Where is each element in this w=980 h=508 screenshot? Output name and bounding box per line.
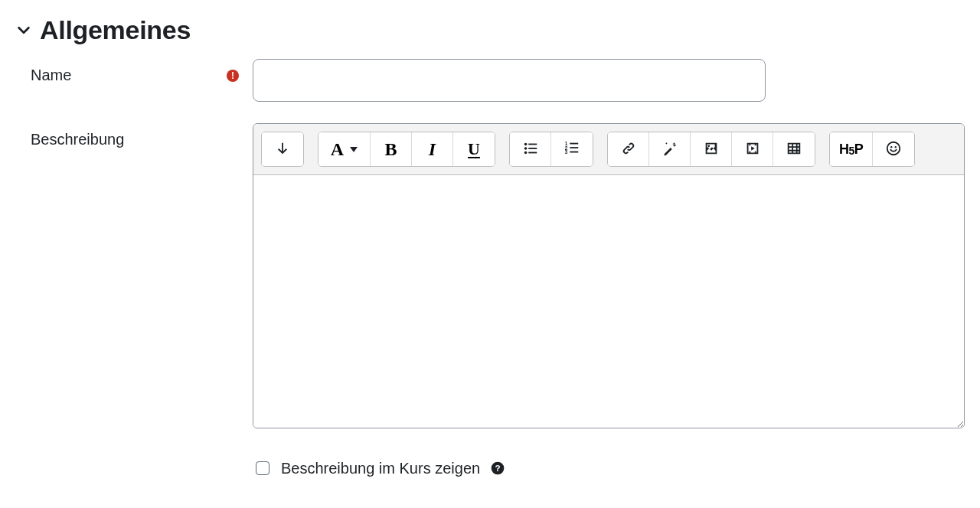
svg-rect-9 [570, 142, 578, 144]
svg-point-12 [707, 145, 710, 147]
label-description: Beschreibung [15, 123, 253, 148]
image-icon [703, 140, 720, 159]
section-title: Allgemeines [40, 15, 191, 45]
svg-point-1 [524, 147, 527, 150]
description-label-text: Beschreibung [31, 131, 124, 148]
svg-point-14 [890, 145, 892, 147]
unordered-list-icon [522, 140, 539, 159]
svg-point-15 [895, 145, 897, 147]
h5p-button[interactable]: H5P [830, 132, 873, 166]
toolbar-group-text: A B I U [318, 132, 495, 167]
show-description-label: Beschreibung im Kurs zeigen [281, 460, 480, 477]
show-description-checkbox[interactable] [256, 461, 270, 475]
ordered-list-button[interactable]: 123 [551, 132, 593, 166]
svg-rect-4 [528, 148, 537, 149]
ordered-list-icon: 123 [564, 140, 580, 159]
emoji-icon [885, 140, 902, 159]
editor-toolbar: A B I U [253, 124, 964, 175]
table-icon [786, 140, 802, 159]
name-input[interactable] [253, 59, 766, 102]
link-button[interactable] [608, 132, 649, 166]
underline-icon: U [468, 139, 480, 159]
h5p-icon: H5P [839, 142, 863, 158]
unlink-button[interactable] [649, 132, 691, 166]
description-textarea[interactable] [253, 175, 964, 428]
section-header[interactable]: Allgemeines [15, 15, 965, 45]
bold-icon: B [384, 139, 397, 160]
media-icon [744, 140, 761, 159]
help-icon[interactable]: ? [489, 460, 506, 477]
toolbar-expand-button[interactable] [262, 132, 303, 166]
form-row-description: Beschreibung A [15, 123, 965, 428]
unordered-list-button[interactable] [510, 132, 551, 166]
image-button[interactable] [691, 132, 732, 166]
table-button[interactable] [773, 132, 815, 166]
svg-text:?: ? [495, 463, 501, 473]
bold-button[interactable]: B [371, 132, 412, 166]
toolbar-group-expand [261, 132, 304, 167]
svg-rect-5 [528, 151, 537, 153]
svg-rect-3 [528, 143, 537, 145]
svg-point-0 [524, 142, 527, 145]
italic-icon: I [429, 139, 436, 160]
show-description-row: Beschreibung im Kurs zeigen ? [15, 459, 965, 477]
rich-text-editor: A B I U [253, 123, 965, 428]
magic-wand-icon [662, 140, 678, 159]
chevron-down-icon [15, 22, 32, 39]
link-icon [620, 140, 637, 159]
media-button[interactable] [732, 132, 773, 166]
svg-point-13 [887, 142, 900, 155]
form-row-name: Name ! [15, 59, 965, 102]
svg-point-2 [524, 151, 527, 154]
italic-button[interactable]: I [412, 132, 453, 166]
name-label-text: Name [31, 67, 71, 84]
svg-rect-11 [570, 151, 578, 152]
toolbar-expand-icon [274, 140, 291, 159]
svg-text:3: 3 [565, 149, 568, 155]
caret-down-icon [350, 147, 358, 152]
toolbar-group-extras: H5P [829, 132, 915, 167]
svg-rect-10 [570, 147, 578, 148]
toolbar-group-lists: 123 [509, 132, 593, 167]
toolbar-group-insert [607, 132, 815, 167]
required-icon: ! [227, 70, 239, 82]
emoji-button[interactable] [873, 132, 914, 166]
underline-button[interactable]: U [453, 132, 495, 166]
paragraph-style-button[interactable]: A [318, 132, 371, 166]
paragraph-style-icon: A [331, 139, 344, 160]
label-name: Name ! [15, 59, 253, 84]
